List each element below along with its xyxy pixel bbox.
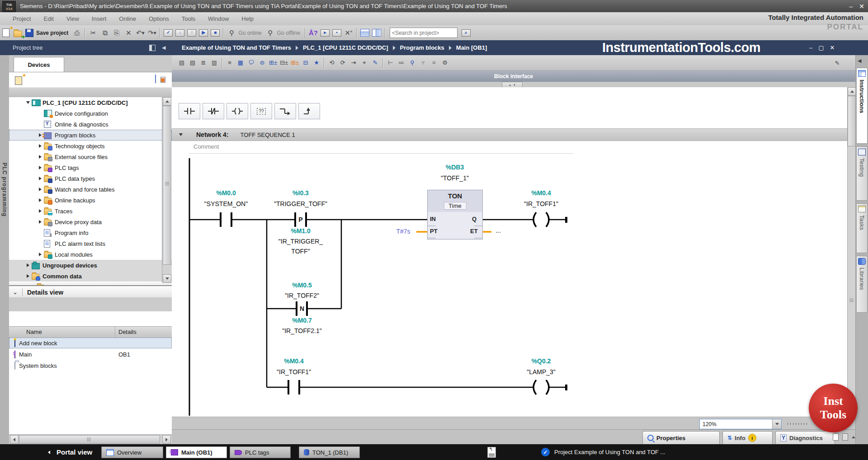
edge-operand-address[interactable]: %M0.7	[292, 317, 312, 324]
coil-name[interactable]: "IR_TOFF1"	[524, 200, 558, 207]
menu-options[interactable]: Options	[149, 15, 169, 22]
tree-item-device-proxy-data[interactable]: Device proxy data	[9, 216, 172, 227]
paste-icon[interactable]: ⎘	[111, 28, 123, 38]
expander-icon[interactable]	[24, 274, 32, 278]
enable-eno-icon[interactable]: ⊢	[385, 58, 396, 68]
expander-icon[interactable]	[24, 101, 32, 104]
db-name[interactable]: "TOFF_1"	[441, 174, 469, 182]
tree-item-local-modules[interactable]: Local modules	[9, 249, 172, 260]
float-window-icon[interactable]	[833, 433, 839, 441]
menu-online[interactable]: Online	[119, 15, 136, 22]
project-tree-sync-icon[interactable]: ⌕	[460, 28, 472, 38]
stop-simulation-icon[interactable]: ▪	[331, 28, 343, 38]
operand-display-icon[interactable]: ≔	[396, 58, 407, 68]
block-properties-icon[interactable]: ▥	[209, 58, 220, 68]
operand-name[interactable]: "SYSTEM_ON"	[204, 200, 248, 207]
coil-address[interactable]: %Q0.2	[532, 357, 551, 365]
tree-item-online-backups[interactable]: Online backups	[9, 195, 172, 206]
tab-properties[interactable]: Properties	[642, 431, 720, 444]
column-name[interactable]: Name	[26, 329, 42, 335]
insert-network-icon[interactable]: ▤	[176, 58, 187, 68]
collapse-right-panel-icon[interactable]: ◀	[858, 58, 861, 64]
tree-item-plc1[interactable]: PLC_1 [CPU 1211C DC/DC/DC]	[9, 97, 172, 108]
tab-diagnostics[interactable]: Y Diagnostics	[775, 431, 835, 444]
start-cpu-icon[interactable]: ▶	[198, 28, 209, 38]
search-input[interactable]	[390, 28, 457, 38]
edge-operand-name[interactable]: "IR_TOFF2.1"	[282, 327, 321, 334]
expander-icon[interactable]	[37, 155, 44, 159]
chevron-down-icon[interactable]: ⌄	[13, 289, 18, 296]
tree-item-external-source-files[interactable]: External source files	[9, 151, 172, 162]
tab-libraries[interactable]: Libraries	[856, 256, 868, 313]
menu-view[interactable]: View	[66, 15, 79, 22]
search-in-project-box[interactable]	[390, 28, 458, 38]
split-editor-horizontal-icon[interactable]	[359, 28, 371, 38]
embed-window-icon[interactable]	[842, 433, 848, 441]
scroll-left-icon[interactable]	[10, 435, 19, 444]
portal-view-button[interactable]: Portal view	[48, 448, 92, 456]
go-offline-button[interactable]: Go offline	[277, 30, 300, 36]
zoom-select[interactable]: 120%	[699, 419, 782, 429]
editor-minimize-button[interactable]: –	[809, 44, 812, 51]
collapse-network-icon[interactable]: ⊟	[300, 58, 311, 68]
scroll-up-icon[interactable]	[163, 97, 171, 106]
menu-help[interactable]: Help	[241, 15, 254, 22]
split-editor-vertical-icon[interactable]	[371, 28, 382, 38]
go-online-icon[interactable]: ⚲	[226, 28, 237, 38]
tab-info[interactable]: ⇅ Info i	[722, 431, 773, 444]
operand-address[interactable]: %M0.5	[292, 282, 312, 289]
tab-devices[interactable]: Devices	[14, 57, 64, 72]
editor-maximize-button[interactable]: ▢	[818, 44, 824, 51]
insert-column-icon[interactable]: ▦	[235, 58, 246, 68]
breadcrumb-main-ob1[interactable]: Main [OB1]	[456, 44, 487, 51]
operand-address[interactable]: %M0.0	[216, 189, 236, 197]
coil-address[interactable]: %M0.4	[531, 189, 551, 197]
breadcrumb-plc[interactable]: PLC_1 [CPU 1211C DC/DC/DC]	[303, 44, 388, 51]
breadcrumb-project[interactable]: Example of Using TON and TOF Timers	[182, 44, 291, 51]
expander-icon[interactable]	[37, 198, 44, 202]
scroll-down-icon[interactable]	[163, 274, 171, 283]
operand-name[interactable]: "IR_TOFF1"	[277, 368, 311, 376]
expander-icon[interactable]	[37, 220, 44, 224]
undo-icon[interactable]: ↶▾	[134, 28, 146, 38]
block-interface-band[interactable]: Block interface	[172, 70, 855, 82]
expander-icon[interactable]	[37, 253, 44, 256]
tree-item-plc-data-types[interactable]: PLC data types	[9, 173, 172, 184]
print-icon[interactable]: ⎙	[71, 28, 83, 38]
menu-insert[interactable]: Insert	[92, 15, 107, 22]
comment-icon[interactable]: 🗩	[246, 58, 257, 68]
cross-reference-icon[interactable]: ✕˟	[343, 28, 354, 38]
expander-icon[interactable]	[37, 209, 44, 213]
operand-name[interactable]: "TRIGGER_TOFF"	[274, 200, 327, 207]
call-structure-icon[interactable]: ⑂	[418, 58, 429, 68]
menu-project[interactable]: Project	[13, 15, 31, 22]
zoom-dropdown-icon[interactable]	[772, 419, 781, 429]
collapse-panel-icon[interactable]: ◀	[162, 45, 165, 51]
go-offline-icon[interactable]: ⚲	[264, 28, 276, 38]
auto-number-icon[interactable]: ≣	[198, 58, 209, 68]
edge-operand-name[interactable]: "IR_TRIGGER_	[278, 238, 323, 245]
settings-icon[interactable]: ⚙	[439, 58, 450, 68]
free-form-comment-icon[interactable]: ⌖	[359, 58, 370, 68]
operand-name[interactable]: "IR_TOFF2"	[285, 292, 319, 299]
upload-from-device-icon[interactable]: ↑	[186, 28, 198, 38]
pt-value[interactable]: T#7s	[396, 228, 410, 235]
tree-item-device-configuration[interactable]: Device configuration	[9, 108, 172, 119]
scroll-thumb[interactable]	[19, 435, 160, 444]
window-close-button[interactable]: ✕	[859, 3, 864, 10]
jump-label-icon[interactable]: ⇥	[348, 58, 359, 68]
goto-previous-icon[interactable]: ⟲	[326, 58, 337, 68]
menu-edit[interactable]: Edit	[43, 15, 53, 22]
scroll-right-icon[interactable]	[162, 435, 171, 444]
go-online-editor-icon[interactable]: ⚲	[407, 58, 418, 68]
tree-item-program-blocks[interactable]: Program blocks	[9, 130, 172, 141]
compile-icon[interactable]: ✓	[162, 28, 174, 38]
favorites-icon[interactable]: ★	[311, 58, 322, 68]
editor-options-icon[interactable]: ✎	[832, 58, 843, 68]
tree-filter-icon[interactable]: ▦	[160, 75, 165, 83]
snapshot-icon[interactable]: ⌗	[429, 58, 439, 68]
go-online-button[interactable]: Go online	[238, 30, 261, 36]
start-simulation-icon[interactable]: ▸	[319, 28, 331, 38]
taskbar-overview-button[interactable]: Overview	[101, 446, 163, 458]
insert-row-icon[interactable]: ≡	[224, 58, 235, 68]
